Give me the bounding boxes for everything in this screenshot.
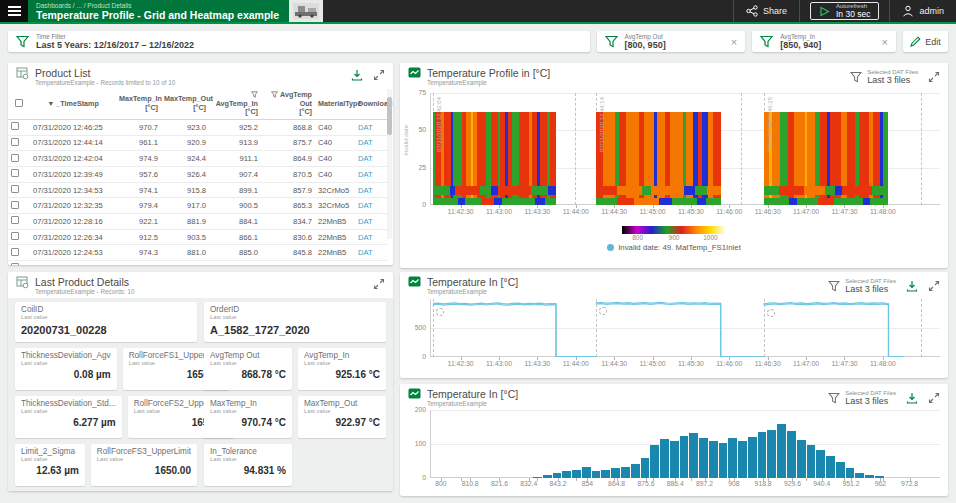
checkbox[interactable]: [11, 122, 19, 130]
y-axis-line: [430, 93, 431, 205]
table-row[interactable]: 07/31/2020 12:22:23944.8890.4880.4838.02…: [8, 261, 387, 265]
table-row[interactable]: 07/31/2020 12:34:53974.1915.8899.1857.93…: [8, 182, 387, 198]
table-icon: [16, 276, 29, 289]
kpi-card[interactable]: In_ToleranceLast value94.831 %: [204, 444, 292, 486]
table-row[interactable]: 07/31/2020 12:28:16922.1881.9884.1834.72…: [8, 214, 387, 230]
table-row[interactable]: 07/31/2020 12:44:14961.1920.9913.9875.7C…: [8, 135, 387, 151]
kpi-card[interactable]: ThicknessDeviation_AgvLast value0.08 µm: [15, 348, 117, 390]
kpi-value: 1650.00: [97, 465, 191, 476]
dat-download-link[interactable]: DAT: [358, 248, 373, 257]
table-row[interactable]: 07/31/2020 12:32:35979.4917.0900.5865.33…: [8, 198, 387, 214]
avgtemp-in-filter-chip[interactable]: AvgTemp_In [850, 940] ×: [752, 31, 896, 52]
dat-download-link[interactable]: DAT: [358, 201, 373, 210]
table-row[interactable]: 07/31/2020 12:39:49957.6926.4907.4870.5C…: [8, 166, 387, 182]
dashboard-thumbnail[interactable]: [289, 0, 323, 22]
row-checkbox-cell: [8, 229, 30, 245]
filter-funnel-icon: [850, 71, 862, 83]
table-row[interactable]: 07/31/2020 12:46:25970.7923.0925.2868.8C…: [8, 119, 387, 135]
autorefresh-button[interactable]: Autorefresh In 30 sec: [799, 0, 890, 22]
kpi-card[interactable]: RollForceFS3_UpperLimitLast value1650.00: [91, 444, 197, 486]
edit-button[interactable]: Edit: [903, 31, 948, 52]
checkbox[interactable]: [11, 138, 19, 146]
column-header[interactable]: MaxTemp_In[°C]: [116, 89, 161, 119]
x-axis-tick-label: 810.8: [462, 480, 479, 487]
column-header[interactable]: ▼ _TimeStamp: [30, 89, 116, 119]
cell: 845.8: [261, 245, 315, 261]
expand-icon[interactable]: [928, 71, 940, 83]
user-menu[interactable]: admin: [889, 0, 956, 22]
cell: 970.7: [116, 119, 161, 135]
selected-dat-files-filter[interactable]: Selected DAT Files Last 3 files: [828, 278, 896, 294]
x-axis-tick-label: 11:47:00: [793, 208, 819, 215]
kpi-label: CoilID: [21, 305, 191, 314]
orderid-card[interactable]: OrderIDLast valueA_1582_1727_2020: [204, 302, 386, 342]
download-icon[interactable]: [351, 69, 363, 81]
selected-dat-files-filter[interactable]: Selected DAT Files Last 3 files: [828, 390, 896, 406]
dat-download-link[interactable]: DAT: [358, 233, 373, 242]
cell: 974.1: [116, 182, 161, 198]
column-header[interactable]: Download: [355, 89, 387, 119]
kpi-card[interactable]: ThicknessDeviation_Std...Last value6.277…: [15, 396, 122, 438]
series-legend[interactable]: Invalid date: 49. MatTemp_FS1Inlet: [607, 243, 741, 252]
checkbox[interactable]: [11, 154, 19, 162]
checkbox[interactable]: [11, 169, 19, 177]
cell: 834.7: [261, 214, 315, 230]
dat-download-link[interactable]: DAT: [358, 186, 373, 195]
cell: 864.9: [261, 151, 315, 167]
expand-icon[interactable]: [373, 69, 385, 81]
table-row[interactable]: 07/31/2020 12:24:53974.3881.0885.0845.82…: [8, 245, 387, 261]
dat-download-link[interactable]: DAT: [358, 170, 373, 179]
x-axis-tick-label: 11:47:00: [793, 360, 819, 367]
histogram-plot[interactable]: [430, 410, 940, 478]
line-chart-plot[interactable]: [430, 299, 940, 357]
cell: 857.9: [261, 182, 315, 198]
heatmap-plot[interactable]: 07/31/2020 12:42:0407/31/2020 12:44:1407…: [430, 93, 940, 205]
kpi-value: 12.63 µm: [21, 465, 79, 476]
kpi-card[interactable]: MaxTemp_OutLast value922.97 °C: [298, 396, 386, 438]
checkbox[interactable]: [11, 232, 19, 240]
close-icon[interactable]: ×: [723, 36, 737, 48]
table-row[interactable]: 07/31/2020 12:26:34912.5903.5866.1830.62…: [8, 229, 387, 245]
expand-icon[interactable]: [928, 280, 940, 292]
histogram-bar: [621, 467, 631, 478]
coilid-card[interactable]: CoilIDLast value20200731_00228: [15, 302, 197, 342]
kpi-value: 0.08 µm: [21, 369, 111, 380]
cell: 924.4: [161, 151, 209, 167]
table-row[interactable]: 07/31/2020 12:42:04974.9924.4911.1864.9C…: [8, 151, 387, 167]
dat-download-link[interactable]: DAT: [358, 217, 373, 226]
dat-download-link[interactable]: DAT: [358, 264, 373, 265]
column-header[interactable]: AvgTemp_In[°C]: [209, 89, 261, 119]
dat-download-link[interactable]: DAT: [358, 123, 373, 132]
checkbox[interactable]: [11, 185, 19, 193]
selected-dat-files-filter[interactable]: Selected DAT Files Last 3 files: [850, 69, 918, 85]
column-header[interactable]: MaterialType: [315, 89, 355, 119]
checkbox[interactable]: [11, 216, 19, 224]
column-header[interactable]: AvgTemp Out[°C]: [261, 89, 315, 119]
expand-icon[interactable]: [373, 278, 385, 290]
cell: C40: [315, 119, 355, 135]
kpi-card[interactable]: Limit_2_SigmaLast value12.63 µm: [15, 444, 85, 486]
expand-icon[interactable]: [928, 392, 940, 404]
hamburger-menu-icon[interactable]: [0, 0, 28, 22]
breadcrumb[interactable]: Dashboards / ... / Product Details: [36, 2, 279, 9]
download-icon[interactable]: [906, 280, 918, 292]
checkbox[interactable]: [11, 201, 19, 209]
kpi-card[interactable]: AvgTemp OutLast value868.78 °C: [204, 348, 292, 390]
dat-download-link[interactable]: DAT: [358, 154, 373, 163]
checkbox[interactable]: [11, 263, 19, 265]
x-axis-tick-label: 11:43:30: [524, 360, 550, 367]
close-icon[interactable]: ×: [873, 36, 887, 48]
column-header[interactable]: MaxTemp_Out[°C]: [161, 89, 209, 119]
download-icon[interactable]: [906, 392, 918, 404]
checkbox[interactable]: [15, 99, 23, 107]
kpi-card[interactable]: MaxTemp_InLast value970.74 °C: [204, 396, 292, 438]
checkbox[interactable]: [11, 248, 19, 256]
table-scrollbar[interactable]: [387, 89, 392, 239]
time-filter-chip[interactable]: Time Filter Last 5 Years: 12/16/2017 – 1…: [8, 31, 590, 52]
colorbar-tick-label: 900: [669, 234, 680, 241]
share-button[interactable]: Share: [733, 0, 799, 22]
x-axis-tick-label: 11:44:30: [601, 360, 627, 367]
avgtemp-out-filter-chip[interactable]: AvgTemp Out [800, 950] ×: [597, 31, 746, 52]
dat-download-link[interactable]: DAT: [358, 138, 373, 147]
kpi-card[interactable]: AvgTemp_InLast value925.16 °C: [298, 348, 386, 390]
